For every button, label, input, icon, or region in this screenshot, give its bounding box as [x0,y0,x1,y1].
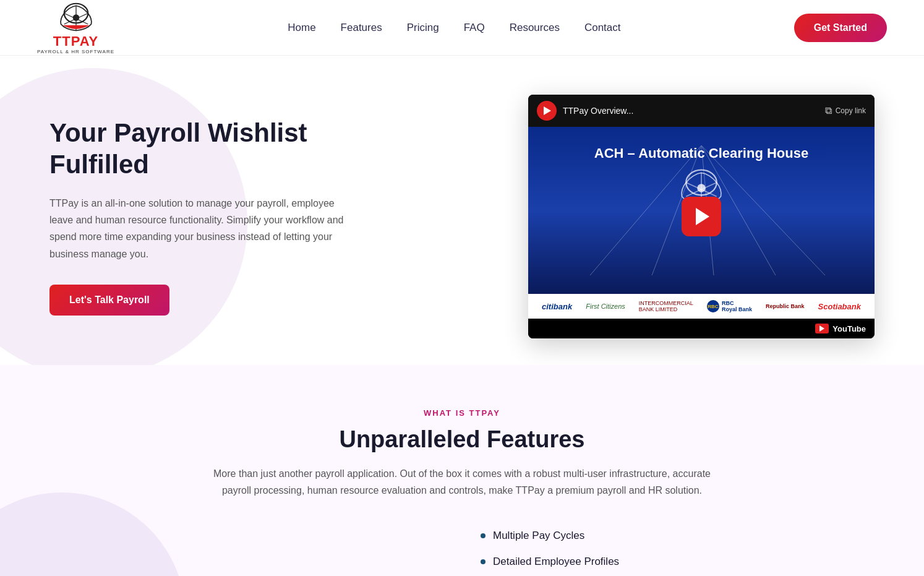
features-section: WHAT IS TTPAY Unparalleled Features More… [0,365,924,576]
copy-link-area[interactable]: ⧉ Copy link [825,105,866,116]
bank-citibank: citibank [542,302,572,311]
video-top-bar: TTPay Overview... ⧉ Copy link [528,95,875,127]
feature-bullet-1 [481,533,486,538]
logo-text: TTPAY [53,35,98,48]
hero-title: Your Payroll Wishlist Fulfilled [49,118,390,180]
logo-subtitle: PAYROLL & HR SOFTWARE [37,49,114,54]
bank-first-citizens: First Citizens [586,303,625,310]
feature-item-2: Detailed Employee Profiles [481,556,875,568]
video-embed[interactable]: TTPay Overview... ⧉ Copy link ACH – Auto… [528,95,875,338]
section-tag: WHAT IS TTPAY [49,408,875,418]
get-started-button[interactable]: Get Started [794,14,887,42]
nav-contact[interactable]: Contact [584,22,621,33]
youtube-small-logo [537,101,557,121]
feature-bullet-2 [481,559,486,564]
bank-intercommercial: INTERCOMMERCIALBANK LIMITED [639,300,693,312]
hero-right: TTPay Overview... ⧉ Copy link ACH – Auto… [390,95,875,338]
bank-republic: Republic Bank [766,303,805,309]
logo[interactable]: TTPAY PAYROLL & HR SOFTWARE [37,1,114,54]
feature-label-1: Multiple Pay Cycles [493,530,584,542]
features-list: Multiple Pay Cycles Detailed Employee Pr… [481,530,875,576]
svg-point-4 [72,14,79,21]
video-main-area[interactable]: ACH – Automatic Clearing House TTPAY [528,127,875,294]
youtube-label: YouTube [832,324,866,333]
navigation: TTPAY PAYROLL & HR SOFTWARE Home Feature… [0,0,924,56]
nav-pricing[interactable]: Pricing [407,22,439,33]
copy-icon: ⧉ [825,105,832,116]
feature-label-2: Detailed Employee Profiles [493,556,619,568]
hero-description: TTPay is an all-in-one solution to manag… [49,195,346,262]
video-youtube-footer: YouTube [528,319,875,338]
youtube-icon [815,324,829,333]
video-play-button[interactable] [682,197,721,236]
features-content: ✓ ✓ ✓ ✓ [49,530,875,576]
video-channel-title: TTPay Overview... [563,106,819,116]
nav-features[interactable]: Features [341,22,382,33]
svg-point-9 [697,184,706,192]
logo-icon [54,1,98,35]
section-description: More than just another payroll applicati… [208,465,716,499]
features-illustration: ✓ ✓ ✓ ✓ [49,530,443,576]
section-title: Unparalleled Features [49,426,875,453]
copy-link-label: Copy link [836,106,866,115]
bank-rbc: RBC RBCRoyal Bank [707,300,752,312]
nav-faq[interactable]: FAQ [464,22,485,33]
nav-home[interactable]: Home [288,22,315,33]
hero-cta-button[interactable]: Let's Talk Payroll [49,285,169,316]
bank-scotiabank: Scotiabank [818,302,861,311]
video-banks-bar: citibank First Citizens INTERCOMMERCIALB… [528,294,875,319]
youtube-badge: YouTube [815,324,866,333]
hero-left: Your Payroll Wishlist Fulfilled TTPay is… [49,118,390,316]
nav-resources[interactable]: Resources [510,22,560,33]
feature-item-1: Multiple Pay Cycles [481,530,875,542]
video-ach-title: ACH – Automatic Clearing House [594,145,808,161]
nav-menu: Home Features Pricing FAQ Resources Cont… [288,22,620,34]
hero-section: Your Payroll Wishlist Fulfilled TTPay is… [0,56,924,365]
